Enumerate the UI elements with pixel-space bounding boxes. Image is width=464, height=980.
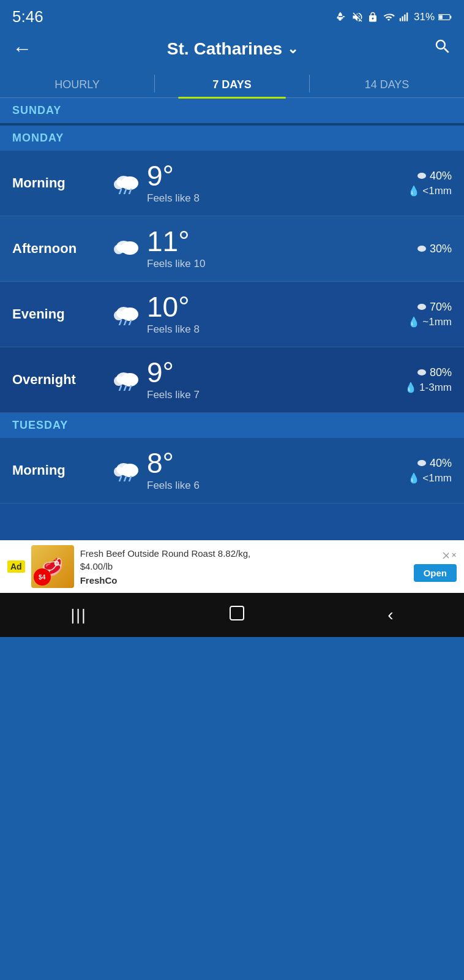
weather-details: 11° Feels like 10 <box>147 227 205 270</box>
monday-morning-row: Morning 9° Feels like 8 40% 💧 <1mm <box>0 151 464 216</box>
signal-icon <box>399 12 410 23</box>
tab-hourly[interactable]: HOURLY <box>0 70 154 97</box>
svg-point-8 <box>121 176 138 190</box>
svg-rect-41 <box>230 606 244 620</box>
svg-point-19 <box>121 307 138 321</box>
tab-7days[interactable]: 7 DAYS <box>155 70 309 97</box>
city-name: St. Catharines <box>167 39 282 59</box>
header-title[interactable]: St. Catharines ⌄ <box>167 39 298 59</box>
weather-feels: Feels like 7 <box>147 389 200 401</box>
cloud-rain-icon <box>110 300 142 330</box>
weather-temp: 11° <box>147 227 205 255</box>
svg-point-38 <box>417 460 426 466</box>
weather-temp: 8° <box>147 449 200 477</box>
lock-icon <box>367 11 378 23</box>
svg-point-34 <box>114 467 124 477</box>
alarm-icon <box>335 11 348 23</box>
period-label-afternoon: Afternoon <box>12 241 110 257</box>
monday-overnight-row: Overnight 9° Feels like 7 80% 💧 1-3mm <box>0 347 464 413</box>
period-weather: 9° Feels like 7 <box>110 358 391 401</box>
cloud-rain-icon <box>110 456 142 486</box>
weather-precip: 40% 💧 <1mm <box>391 457 452 484</box>
nav-home-button[interactable] <box>228 604 246 627</box>
weather-details: 8° Feels like 6 <box>147 449 200 492</box>
svg-rect-6 <box>450 15 451 18</box>
svg-point-13 <box>417 173 426 179</box>
ad-text: Fresh Beef Outside Round Roast 8.82/kg, … <box>80 547 408 587</box>
weather-precip: 30% <box>391 243 452 255</box>
header: ← St. Catharines ⌄ <box>0 31 464 70</box>
svg-point-33 <box>121 464 138 477</box>
dropdown-icon[interactable]: ⌄ <box>287 41 298 57</box>
search-button[interactable] <box>433 37 452 60</box>
precip-percent: 30% <box>416 243 452 255</box>
nav-menu-button[interactable]: ||| <box>70 606 86 625</box>
svg-line-10 <box>119 189 121 194</box>
weather-temp: 10° <box>147 293 200 321</box>
ad-close-area[interactable]: ✕ <box>443 551 457 559</box>
period-label-overnight: Overnight <box>12 372 110 388</box>
nav-back-button[interactable]: ‹ <box>387 605 393 625</box>
weather-precip: 80% 💧 1-3mm <box>391 366 452 394</box>
svg-line-12 <box>129 189 131 194</box>
weather-temp: 9° <box>147 162 200 190</box>
back-button[interactable]: ← <box>12 37 32 60</box>
svg-line-35 <box>119 477 121 481</box>
cloud-rain-icon <box>110 365 142 395</box>
tabs-bar: HOURLY 7 DAYS 14 DAYS <box>0 70 464 98</box>
weather-details: 10° Feels like 8 <box>147 293 200 336</box>
weather-details: 9° Feels like 8 <box>147 162 200 205</box>
svg-line-36 <box>124 477 126 481</box>
svg-point-31 <box>417 369 426 375</box>
wifi-icon <box>382 12 395 23</box>
period-label-morning: Morning <box>12 175 110 191</box>
svg-point-17 <box>417 246 426 252</box>
ad-headline: Fresh Beef Outside Round Roast 8.82/kg, <box>80 547 408 560</box>
weather-temp: 9° <box>147 358 200 386</box>
status-time: 5:46 <box>12 7 43 26</box>
battery-icon <box>438 13 452 21</box>
cloud-rain-icon <box>110 168 142 198</box>
svg-line-23 <box>129 320 131 325</box>
ad-subline: $4.00/lb <box>80 560 408 573</box>
period-weather: 9° Feels like 8 <box>110 162 391 205</box>
period-label-tuesday-morning: Morning <box>12 462 110 478</box>
monday-header[interactable]: MONDAY <box>0 126 464 151</box>
svg-rect-0 <box>400 18 401 21</box>
precip-mm: 💧 1-3mm <box>405 382 452 394</box>
ad-label: Ad <box>7 560 25 573</box>
advertisement[interactable]: Ad 🥩 $4 Fresh Beef Outside Round Roast 8… <box>0 540 464 593</box>
svg-point-20 <box>114 311 124 320</box>
svg-line-29 <box>124 386 126 391</box>
status-bar: 5:46 31% <box>0 0 464 31</box>
precip-percent: 40% <box>416 457 452 470</box>
svg-point-16 <box>114 244 124 254</box>
precip-percent: 70% <box>416 301 452 314</box>
period-weather: 11° Feels like 10 <box>110 227 391 270</box>
weather-feels: Feels like 6 <box>147 480 200 492</box>
precip-mm: 💧 <1mm <box>408 472 452 484</box>
status-icons: 31% <box>335 11 452 23</box>
ad-controls: ✕ Open <box>414 551 457 582</box>
weather-feels: Feels like 8 <box>147 323 200 336</box>
weather-feels: Feels like 10 <box>147 258 205 270</box>
tuesday-morning-row: Morning 8° Feels like 6 40% 💧 <1mm <box>0 438 464 503</box>
svg-line-11 <box>124 189 126 194</box>
battery-percent: 31% <box>414 11 435 23</box>
precip-mm: 💧 ~1mm <box>408 316 452 328</box>
svg-point-24 <box>417 304 426 310</box>
period-weather: 10° Feels like 8 <box>110 293 391 336</box>
svg-rect-2 <box>404 14 405 21</box>
tab-14days[interactable]: 14 DAYS <box>310 70 464 97</box>
cloud-icon <box>110 236 142 262</box>
monday-afternoon-row: Afternoon 11° Feels like 10 30% <box>0 216 464 282</box>
svg-rect-5 <box>439 15 443 19</box>
ad-open-button[interactable]: Open <box>414 564 457 582</box>
sunday-header[interactable]: SUNDAY <box>0 98 464 123</box>
precip-mm: 💧 <1mm <box>408 185 452 197</box>
svg-point-9 <box>114 179 124 189</box>
weather-details: 9° Feels like 7 <box>147 358 200 401</box>
tuesday-header[interactable]: TUESDAY <box>0 413 464 438</box>
ad-brand: FreshCo <box>80 574 408 587</box>
period-weather: 8° Feels like 6 <box>110 449 391 492</box>
